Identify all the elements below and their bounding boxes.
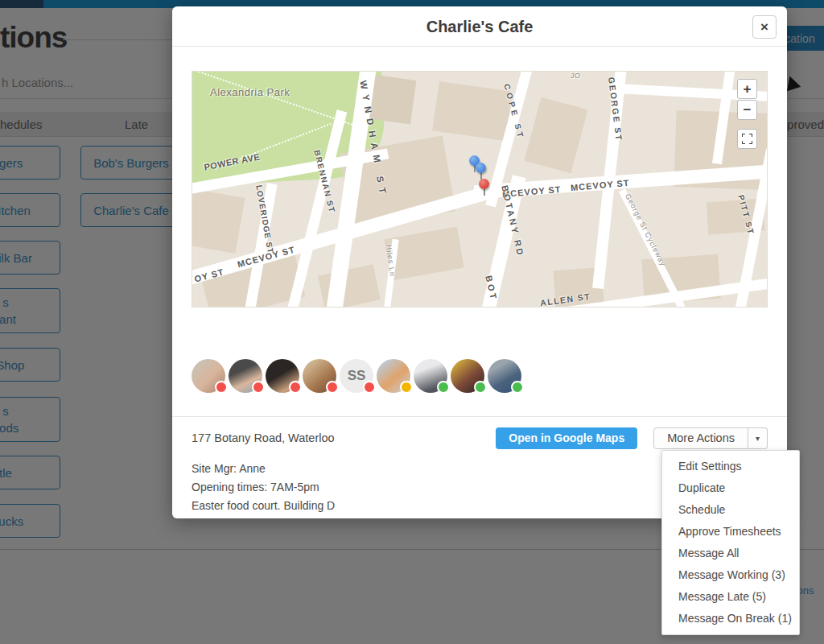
modal-title: Charlie's Cafe: [172, 6, 787, 47]
avatar[interactable]: [414, 359, 447, 393]
screen: tions cation hedules Late pproved urgers…: [0, 0, 824, 644]
location-address: 177 Botany Road, Waterloo: [192, 431, 335, 444]
map-label-park: Alexandria Park: [210, 86, 290, 98]
location-detail-modal: Charlie's Cafe ×: [172, 6, 787, 518]
more-actions-caret-button[interactable]: ▾: [748, 427, 768, 449]
status-badge: [437, 381, 450, 394]
avatar[interactable]: [451, 359, 484, 393]
avatar[interactable]: [488, 359, 521, 393]
modal-header: Charlie's Cafe ×: [172, 6, 787, 47]
menu-item-duplicate[interactable]: Duplicate: [662, 477, 799, 499]
location-map[interactable]: Alexandria Park POWER AVE WYNDHAM ST BRE…: [192, 71, 768, 308]
open-in-google-maps-button[interactable]: Open in Google Maps: [496, 427, 637, 449]
map-building: [432, 81, 513, 141]
status-badge: [326, 381, 339, 394]
chevron-down-icon: ▾: [756, 434, 760, 443]
map-building: [192, 188, 245, 254]
avatar[interactable]: [377, 359, 410, 393]
more-actions-button[interactable]: More Actions: [653, 427, 748, 449]
menu-item-message-all[interactable]: Message All: [662, 543, 799, 564]
status-badge: [215, 381, 228, 394]
menu-item-message-working[interactable]: Message Working (3): [662, 564, 799, 586]
status-badge: [474, 381, 487, 394]
avatar[interactable]: [266, 359, 299, 393]
map-fullscreen-button[interactable]: [737, 129, 757, 149]
menu-item-message-on-break[interactable]: Message On Break (1): [662, 608, 799, 630]
status-badge: [252, 381, 265, 394]
map-zoom-out-button[interactable]: −: [737, 100, 757, 120]
avatar[interactable]: [303, 359, 336, 393]
status-badge: [289, 381, 302, 394]
more-actions-menu: Edit Settings Duplicate Schedule Approve…: [661, 450, 800, 635]
close-icon[interactable]: ×: [752, 15, 777, 39]
status-badge: [363, 381, 376, 394]
map-zoom-in-button[interactable]: +: [737, 79, 757, 99]
map-label-fragment: JO: [571, 72, 581, 80]
avatar[interactable]: [229, 359, 262, 393]
status-badge: [400, 381, 413, 394]
menu-item-approve-timesheets[interactable]: Approve Timesheets: [662, 521, 799, 543]
staff-avatars-row: SS: [192, 359, 768, 393]
menu-item-schedule[interactable]: Schedule: [662, 499, 799, 521]
footer-divider: [172, 416, 787, 417]
avatar[interactable]: [192, 359, 225, 393]
more-actions-split-button: More Actions ▾: [653, 427, 768, 449]
modal-body: Alexandria Park POWER AVE WYNDHAM ST BRE…: [172, 71, 787, 515]
status-badge: [511, 381, 524, 394]
menu-item-message-late[interactable]: Message Late (5): [662, 586, 799, 608]
map-label-cycleway: George St Cycleway: [624, 192, 667, 268]
map-pin-red[interactable]: [479, 179, 489, 198]
fullscreen-icon: [742, 134, 752, 144]
menu-item-edit-settings[interactable]: Edit Settings: [662, 456, 799, 477]
map-building: [524, 97, 587, 174]
avatar-initials-ss[interactable]: SS: [340, 359, 373, 393]
